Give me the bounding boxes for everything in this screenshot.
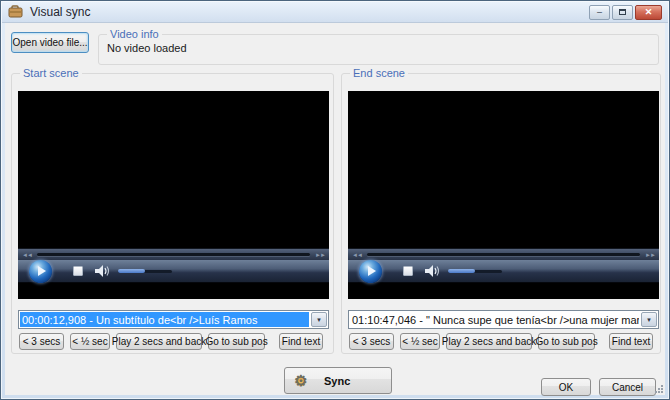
end-play-2-secs-button[interactable]: Play 2 secs and back [446, 333, 532, 350]
app-icon [8, 5, 24, 19]
close-button[interactable]: ✕ [635, 5, 662, 20]
volume-slider[interactable] [448, 270, 502, 273]
end-scene-group: End scene ◄◄ ►► [341, 73, 661, 354]
end-combo-dropdown-button[interactable]: ▼ [641, 312, 657, 327]
end-seek-bar[interactable] [367, 253, 640, 256]
close-icon: ✕ [645, 8, 653, 17]
end-scene-label: End scene [350, 67, 408, 80]
end-go-to-sub-pos-button[interactable]: Go to sub pos [538, 333, 595, 350]
sync-button[interactable]: ⚙ Sync [284, 367, 392, 394]
end-seek-row: ◄◄ ►► [348, 248, 659, 260]
minimize-icon: – [597, 8, 602, 17]
volume-icon[interactable] [425, 265, 440, 277]
start-go-to-sub-pos-button[interactable]: Go to sub pos [208, 333, 265, 350]
end-back-half-sec-button[interactable]: < ½ sec [400, 333, 440, 350]
start-back-half-sec-button[interactable]: < ½ sec [70, 333, 110, 350]
start-combo-dropdown-button[interactable]: ▼ [311, 312, 327, 327]
video-info-group: Video info No video loaded [98, 34, 659, 65]
volume-fill [448, 269, 475, 273]
sync-gear-icon: ⚙ [292, 372, 310, 390]
forward-icon[interactable]: ►► [645, 252, 655, 258]
ok-button[interactable]: OK [541, 378, 591, 396]
video-info-label: Video info [107, 28, 162, 41]
end-player-controls: ◄◄ ►► [348, 248, 659, 283]
maximize-button[interactable] [612, 5, 633, 20]
titlebar[interactable]: Visual sync – ✕ [2, 2, 668, 23]
chevron-down-icon: ▼ [316, 317, 322, 323]
end-subtitle-combo[interactable]: 01:10:47,046 - " Nunca supe que tenía<br… [348, 310, 659, 329]
start-seek-row: ◄◄ ►► [18, 248, 329, 260]
end-find-text-button[interactable]: Find text [609, 333, 653, 350]
stop-button[interactable] [403, 266, 413, 276]
rewind-icon[interactable]: ◄◄ [352, 252, 362, 258]
play-button[interactable] [359, 260, 382, 283]
start-scene-label: Start scene [20, 67, 82, 80]
window-title: Visual sync [30, 5, 90, 19]
start-video-player[interactable]: ◄◄ ►► [18, 91, 329, 299]
window-controls: – ✕ [589, 5, 662, 20]
visual-sync-window: Visual sync – ✕ Open video file... Video… [0, 0, 670, 400]
maximize-icon [619, 9, 626, 15]
dialog-client-area: Open video file... Video info No video l… [5, 23, 665, 395]
volume-fill [118, 269, 145, 273]
play-icon [368, 266, 376, 276]
start-find-text-button[interactable]: Find text [279, 333, 323, 350]
chevron-down-icon: ▼ [646, 317, 652, 323]
end-back-3-secs-button[interactable]: < 3 secs [349, 333, 394, 350]
start-player-controls: ◄◄ ►► [18, 248, 329, 283]
resize-grip[interactable] [653, 383, 664, 394]
start-scene-group: Start scene ◄◄ ►► [11, 73, 334, 354]
volume-slider[interactable] [118, 270, 172, 273]
open-video-file-button[interactable]: Open video file... [11, 32, 89, 53]
end-subtitle-value: 01:10:47,046 - " Nunca supe que tenía<br… [350, 312, 639, 327]
stop-button[interactable] [73, 266, 83, 276]
rewind-icon[interactable]: ◄◄ [22, 252, 32, 258]
start-subtitle-value: 00:00:12,908 - Un subtítulo de<br />Luís… [20, 312, 309, 327]
volume-icon[interactable] [95, 265, 110, 277]
start-back-3-secs-button[interactable]: < 3 secs [19, 333, 64, 350]
end-video-player[interactable]: ◄◄ ►► [348, 91, 659, 299]
end-player-buttons [348, 260, 659, 283]
play-button[interactable] [29, 260, 52, 283]
forward-icon[interactable]: ►► [315, 252, 325, 258]
cancel-button[interactable]: Cancel [599, 378, 656, 396]
play-icon [38, 266, 46, 276]
start-subtitle-combo[interactable]: 00:00:12,908 - Un subtítulo de<br />Luís… [18, 310, 329, 329]
start-play-2-secs-button[interactable]: Play 2 secs and back [116, 333, 202, 350]
minimize-button[interactable]: – [589, 5, 610, 20]
sync-button-label: Sync [324, 375, 350, 387]
start-player-buttons [18, 260, 329, 283]
video-info-status: No video loaded [107, 42, 187, 54]
start-seek-bar[interactable] [37, 253, 310, 256]
